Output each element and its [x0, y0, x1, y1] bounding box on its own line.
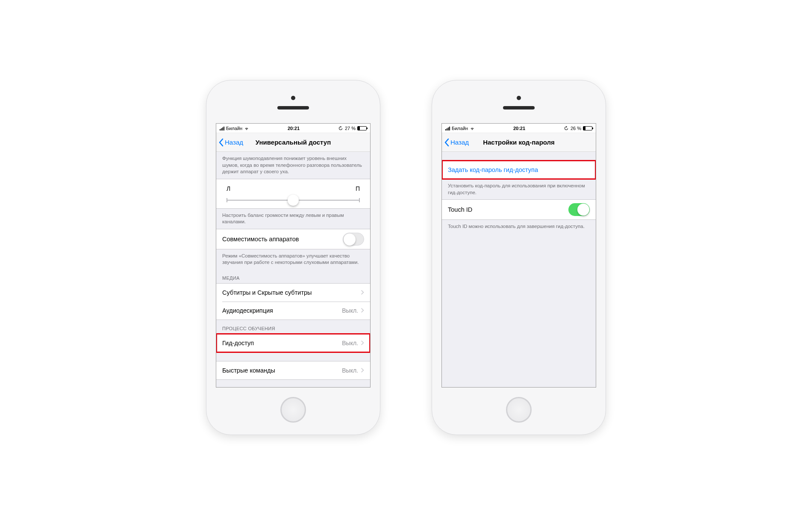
touch-id-description: Touch ID можно использовать для завершен…	[442, 220, 596, 234]
content-area[interactable]: Функция шумоподавления понижает уровень …	[216, 152, 370, 387]
home-button[interactable]	[280, 397, 306, 423]
screen-left: Билайн 20:21 27 % Наза	[216, 123, 371, 388]
battery-percent: 26 %	[571, 126, 581, 131]
section-header-learning: ПРОЦЕСС ОБУЧЕНИЯ	[216, 320, 370, 334]
balance-left-label: Л	[227, 185, 230, 192]
battery-percent: 27 %	[345, 126, 356, 131]
battery-icon	[583, 126, 592, 130]
wifi-icon	[244, 126, 249, 131]
shortcuts-value: Выкл.	[342, 367, 358, 374]
chevron-left-icon	[444, 138, 450, 147]
nav-bar: Назад Универсальный доступ	[216, 133, 370, 152]
section-header-media: МЕДИА	[216, 269, 370, 283]
hearing-aid-description: Режим «Совместимость аппаратов» улучшает…	[216, 249, 370, 269]
guided-access-row-highlight: Гид-доступ Выкл.	[216, 334, 370, 352]
page-title: Настройки код-пароля	[483, 139, 555, 146]
page-title: Универсальный доступ	[256, 139, 331, 146]
status-bar: Билайн 20:21 27 %	[216, 124, 370, 133]
slider-thumb[interactable]	[288, 195, 299, 206]
shortcuts-row[interactable]: Быстрые команды Выкл.	[216, 361, 370, 379]
back-button[interactable]: Назад	[442, 138, 469, 147]
audiodescription-value: Выкл.	[342, 307, 358, 314]
hearing-aid-row[interactable]: Совместимость аппаратов	[216, 229, 370, 249]
chevron-left-icon	[218, 138, 224, 147]
set-passcode-label: Задать код-пароль гид-доступа	[448, 166, 538, 173]
subtitles-label: Субтитры и Скрытые субтитры	[222, 289, 312, 296]
touch-id-row[interactable]: Touch ID	[442, 200, 596, 219]
screen-right: Билайн 20:21 26 % Назад	[441, 123, 596, 388]
chevron-right-icon	[361, 340, 364, 346]
subtitles-row[interactable]: Субтитры и Скрытые субтитры	[216, 284, 370, 302]
hearing-aid-label: Совместимость аппаратов	[222, 236, 299, 243]
slider-tick-right	[359, 198, 360, 202]
phone-camera-dot	[517, 96, 521, 100]
chevron-right-icon	[361, 367, 364, 373]
battery-icon	[357, 126, 367, 130]
balance-slider[interactable]	[227, 200, 360, 201]
audio-balance-control: Л П	[216, 179, 370, 209]
phone-mockup-left: Билайн 20:21 27 % Наза	[206, 80, 380, 435]
home-button[interactable]	[506, 397, 532, 423]
slider-tick-left	[227, 198, 227, 202]
balance-description: Настроить баланс громкости между левым и…	[216, 209, 370, 229]
orientation-lock-icon	[564, 126, 569, 131]
set-passcode-row[interactable]: Задать код-пароль гид-доступа	[442, 161, 596, 179]
status-time: 20:21	[513, 126, 525, 131]
touch-id-toggle[interactable]	[568, 203, 590, 216]
phone-camera-dot	[291, 96, 295, 100]
shortcuts-label: Быстрые команды	[222, 367, 275, 374]
carrier-name: Билайн	[226, 126, 242, 131]
chevron-right-icon	[361, 290, 364, 295]
chevron-right-icon	[361, 308, 364, 313]
guided-access-label: Гид-доступ	[222, 340, 254, 346]
phone-speaker	[503, 106, 535, 110]
audiodescription-label: Аудиодескрипция	[222, 307, 273, 314]
back-button[interactable]: Назад	[216, 138, 243, 147]
signal-icon	[220, 126, 224, 130]
hearing-aid-toggle[interactable]	[343, 233, 364, 246]
set-passcode-description: Установить код-пароль для использования …	[442, 179, 596, 199]
orientation-lock-icon	[338, 126, 343, 131]
guided-access-value: Выкл.	[342, 340, 358, 346]
noise-cancel-description: Функция шумоподавления понижает уровень …	[216, 152, 370, 179]
back-label: Назад	[225, 139, 243, 146]
phone-mockup-right: Билайн 20:21 26 % Назад	[432, 80, 606, 435]
wifi-icon	[470, 126, 475, 131]
back-label: Назад	[450, 139, 469, 146]
balance-right-label: П	[356, 185, 360, 192]
signal-icon	[445, 126, 450, 130]
content-area[interactable]: Задать код-пароль гид-доступа Установить…	[442, 152, 596, 387]
status-bar: Билайн 20:21 26 %	[442, 124, 596, 133]
guided-access-row[interactable]: Гид-доступ Выкл.	[216, 334, 370, 352]
set-passcode-row-highlight: Задать код-пароль гид-доступа	[442, 160, 596, 179]
status-time: 20:21	[288, 126, 300, 131]
nav-bar: Назад Настройки код-пароля	[442, 133, 596, 152]
phone-speaker	[277, 106, 309, 110]
carrier-name: Билайн	[452, 126, 468, 131]
audiodescription-row[interactable]: Аудиодескрипция Выкл.	[216, 302, 370, 320]
touch-id-label: Touch ID	[448, 206, 472, 213]
